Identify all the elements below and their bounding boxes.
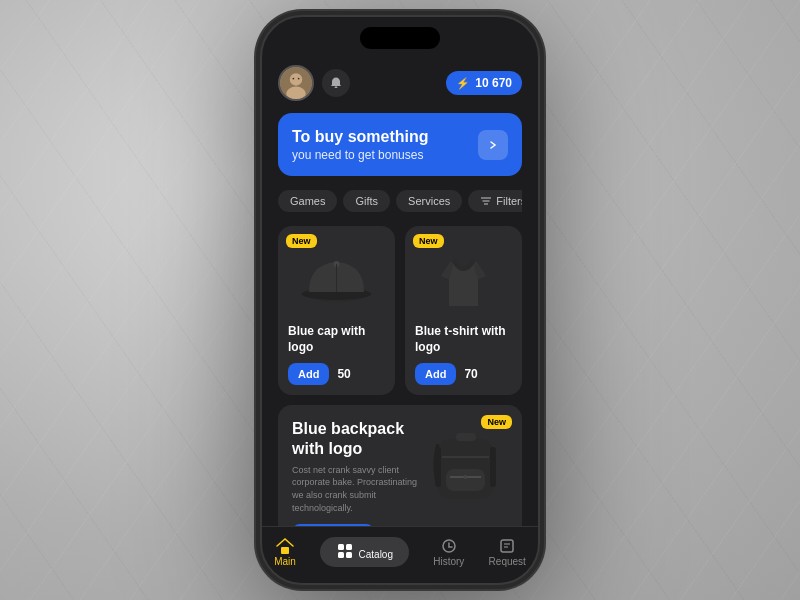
- header-left: [278, 65, 350, 101]
- svg-point-1: [290, 73, 302, 85]
- price-cap: 50: [337, 367, 350, 381]
- tab-filters[interactable]: Filters: [468, 190, 522, 212]
- filters-label: Filters: [496, 195, 522, 207]
- filters-icon: [480, 196, 492, 206]
- nav-request-label: Request: [489, 556, 526, 567]
- banner-text: To buy something you need to get bonuses: [292, 127, 429, 162]
- points-badge: ⚡ 10 670: [446, 71, 522, 95]
- svg-point-16: [464, 475, 468, 479]
- svg-rect-24: [346, 552, 352, 558]
- svg-rect-22: [346, 544, 352, 550]
- nav-request[interactable]: Request: [489, 538, 526, 567]
- tab-gifts[interactable]: Gifts: [343, 190, 390, 212]
- svg-point-4: [298, 78, 300, 80]
- wide-product-image: [428, 419, 508, 509]
- svg-rect-21: [338, 544, 344, 550]
- product-name-cap: Blue cap with logo: [288, 324, 385, 355]
- svg-rect-26: [501, 540, 513, 552]
- add-shirt-button[interactable]: Add: [415, 363, 456, 385]
- nav-main-label: Main: [274, 556, 296, 567]
- nav-history[interactable]: History: [433, 538, 464, 567]
- nav-main[interactable]: Main: [274, 538, 296, 567]
- product-footer-cap: Add 50: [288, 363, 385, 385]
- avatar[interactable]: [278, 65, 314, 101]
- home-icon: [276, 538, 294, 554]
- banner-title: To buy something: [292, 127, 429, 146]
- banner-arrow-button[interactable]: [478, 130, 508, 160]
- tab-services[interactable]: Services: [396, 190, 462, 212]
- bell-icon[interactable]: [322, 69, 350, 97]
- svg-rect-20: [281, 547, 289, 554]
- phone-frame: ⚡ 10 670 To buy something you need to ge…: [260, 15, 540, 585]
- nav-catalog[interactable]: Catalog: [320, 537, 409, 567]
- product-image-shirt: [415, 236, 512, 316]
- bottom-nav: Main Catalog: [262, 526, 538, 583]
- product-name-shirt: Blue t-shirt with logo: [415, 324, 512, 355]
- filter-tabs: Games Gifts Services Filters: [278, 190, 522, 212]
- svg-rect-23: [338, 552, 344, 558]
- backpack-svg: [428, 419, 508, 509]
- banner-subtitle: you need to get bonuses: [292, 148, 429, 162]
- tab-games[interactable]: Games: [278, 190, 337, 212]
- svg-point-2: [286, 87, 306, 101]
- svg-rect-13: [456, 433, 476, 441]
- points-value: 10 670: [475, 76, 512, 90]
- promo-banner[interactable]: To buy something you need to get bonuses: [278, 113, 522, 176]
- svg-rect-5: [335, 87, 338, 89]
- new-badge-cap: New: [286, 234, 317, 248]
- nav-catalog-label: Catalog: [359, 549, 393, 560]
- bolt-icon: ⚡: [456, 77, 470, 90]
- product-card-shirt: New: [405, 226, 522, 395]
- svg-rect-18: [490, 447, 496, 487]
- phone-screen[interactable]: ⚡ 10 670 To buy something you need to ge…: [262, 17, 538, 583]
- avatar-svg: [280, 65, 312, 101]
- history-icon: [440, 538, 458, 554]
- product-image-cap: [288, 236, 385, 316]
- svg-point-3: [292, 78, 294, 80]
- wide-product-desc: Cost net crank savvy client corporate ba…: [292, 464, 418, 514]
- shirt-svg: [431, 241, 496, 311]
- svg-rect-17: [435, 447, 441, 487]
- product-footer-shirt: Add 70: [415, 363, 512, 385]
- products-grid: New: [278, 226, 522, 395]
- catalog-icon: [336, 542, 354, 558]
- new-badge-shirt: New: [413, 234, 444, 248]
- product-card-cap: New: [278, 226, 395, 395]
- add-cap-button[interactable]: Add: [288, 363, 329, 385]
- new-badge-backpack: New: [481, 415, 512, 429]
- nav-history-label: History: [433, 556, 464, 567]
- dynamic-island: [360, 27, 440, 49]
- header: ⚡ 10 670: [278, 65, 522, 101]
- request-icon: [498, 538, 516, 554]
- svg-rect-14: [446, 469, 485, 491]
- price-shirt: 70: [464, 367, 477, 381]
- wide-product-name: Blue backpack with logo: [292, 419, 418, 457]
- cap-svg: [299, 244, 374, 309]
